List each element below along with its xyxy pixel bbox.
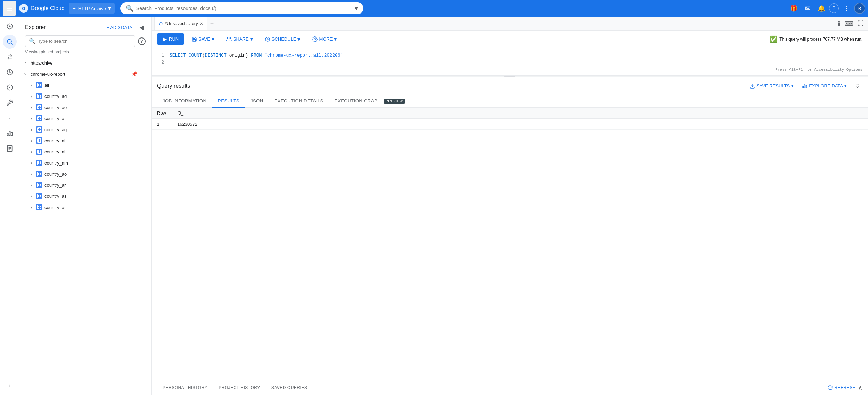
nav-icon-docs[interactable] <box>3 142 17 156</box>
tree-more-chrome-ux[interactable]: ⋮ <box>139 70 146 78</box>
nav-icon-search[interactable] <box>3 35 17 49</box>
new-tab-button[interactable]: + <box>207 18 217 28</box>
tab-results[interactable]: RESULTS <box>212 95 245 108</box>
run-button[interactable]: ▶ RUN <box>157 33 184 45</box>
menu-icon[interactable]: ☰ <box>3 1 16 16</box>
collapse-bottom-button[interactable]: ∧ <box>858 384 862 392</box>
nav-icon-tools[interactable] <box>3 96 17 110</box>
explorer-search-wrap[interactable]: 🔍 <box>25 35 135 47</box>
tree-item-country_ao[interactable]: › country_ao ⋮ <box>25 168 151 179</box>
preview-badge: PREVIEW <box>384 99 405 104</box>
tab-execution-details[interactable]: EXECUTION DETAILS <box>269 95 329 108</box>
tree-item-country_ae[interactable]: › country_ae ⋮ <box>25 102 151 113</box>
tree-more-country_at[interactable]: ⋮ <box>139 203 146 211</box>
results-table-container: Row f0_ 1 16230572 <box>152 108 868 380</box>
nav-icon-dot1[interactable]: ● <box>3 111 17 125</box>
tree-item-country_at[interactable]: › country_at ⋮ <box>25 202 151 213</box>
nav-icons: ● › <box>0 17 19 395</box>
save-button[interactable]: SAVE ▾ <box>187 33 219 45</box>
tree-item-country_ai[interactable]: › country_ai ⋮ <box>25 135 151 146</box>
nav-icon-transfer[interactable] <box>3 50 17 64</box>
nav-icon-home[interactable] <box>3 19 17 33</box>
gift-icon[interactable]: 🎁 <box>787 2 800 15</box>
avatar[interactable]: B <box>854 3 865 14</box>
explorer-help-icon[interactable]: ? <box>138 37 146 45</box>
tree-more-country_ar[interactable]: ⋮ <box>139 181 146 189</box>
tree-item-country_al[interactable]: › country_al ⋮ <box>25 146 151 157</box>
tree-item-country_ar[interactable]: › country_ar ⋮ <box>25 179 151 191</box>
add-data-button[interactable]: + ADD DATA <box>104 23 135 32</box>
tree-more-country_ad[interactable]: ⋮ <box>139 92 146 100</box>
tree-icon-country_al <box>36 149 42 155</box>
more-icon[interactable]: ⋮ <box>840 2 853 15</box>
bottom-tab-project-history[interactable]: PROJECT HISTORY <box>213 381 266 394</box>
bottom-tab-personal-history[interactable]: PERSONAL HISTORY <box>157 381 213 394</box>
topbar: ☰ G Google Cloud ✦ HTTP Archive ▾ 🔍 ▾ 🎁 … <box>0 0 868 17</box>
nav-icon-scheduled[interactable] <box>3 81 17 94</box>
explore-data-button[interactable]: EXPLORE DATA ▾ <box>799 82 850 90</box>
tree-item-all[interactable]: › all ⋮ <box>25 79 151 91</box>
results-expand-button[interactable]: ⇕ <box>852 81 862 91</box>
refresh-button[interactable]: REFRESH <box>827 385 856 390</box>
tree-chevron-country_as: › <box>28 193 35 200</box>
code-editor[interactable]: 1 SELECT COUNT(DISTINCT origin) FROM `ch… <box>152 48 868 76</box>
tree-item-country_ag[interactable]: › country_ag ⋮ <box>25 124 151 135</box>
check-circle-icon: ✅ <box>770 35 777 43</box>
tab-info-icon[interactable]: ℹ <box>836 18 842 29</box>
tree-item-chrome-ux-report[interactable]: › chrome-ux-report 📌 ⋮ <box>19 68 151 79</box>
tree-more-country_ai[interactable]: ⋮ <box>139 137 146 145</box>
query-tab-unsaved[interactable]: ⊙ *Unsaved … ery × <box>154 17 207 30</box>
share-button[interactable]: SHARE ▾ <box>222 33 257 45</box>
tab-keyboard-icon[interactable]: ⌨ <box>843 18 855 29</box>
tree-more-country_af[interactable]: ⋮ <box>139 115 146 123</box>
search-bar[interactable]: 🔍 ▾ <box>120 2 363 14</box>
tab-json[interactable]: JSON <box>245 95 269 108</box>
tree-item-country_ad[interactable]: › country_ad ⋮ <box>25 91 151 102</box>
tree-item-country_as[interactable]: › country_as ⋮ <box>25 191 151 202</box>
nav-icon-history[interactable] <box>3 65 17 79</box>
nav-icon-analytics[interactable] <box>3 126 17 140</box>
save-results-button[interactable]: SAVE RESULTS ▾ <box>747 82 796 90</box>
tree-pin-chrome-ux[interactable]: 📌 <box>131 70 138 77</box>
tab-job-information[interactable]: JOB INFORMATION <box>157 95 212 108</box>
tree-more-country_ao[interactable]: ⋮ <box>139 170 146 178</box>
project-selector[interactable]: ✦ HTTP Archive ▾ <box>69 3 115 14</box>
tree-more-country_al[interactable]: ⋮ <box>139 148 146 156</box>
code-text-2 <box>170 59 172 66</box>
more-settings-icon <box>312 36 318 42</box>
tree-more-all[interactable]: ⋮ <box>139 81 146 89</box>
execution-graph-label: EXECUTION GRAPH <box>335 98 381 103</box>
search-dropdown-icon[interactable]: ▾ <box>355 5 358 12</box>
tree-item-country_am[interactable]: › country_am ⋮ <box>25 157 151 168</box>
share-label: SHARE <box>233 36 249 42</box>
nav-expand-btn[interactable]: › <box>3 378 17 392</box>
tree-label-country_ae: country_ae <box>44 105 137 110</box>
tree-more-country_am[interactable]: ⋮ <box>139 159 146 167</box>
more-button[interactable]: MORE ▾ <box>308 33 341 45</box>
query-tab-close[interactable]: × <box>200 21 203 26</box>
notification-icon[interactable]: 🔔 <box>815 2 828 15</box>
results-table: Row f0_ 1 16230572 <box>152 108 868 130</box>
tree-more-country_ag[interactable]: ⋮ <box>139 126 146 134</box>
tab-execution-graph[interactable]: EXECUTION GRAPH PREVIEW <box>329 95 411 108</box>
email-icon[interactable]: ✉ <box>801 2 814 15</box>
tree-icon-country_at <box>36 204 42 210</box>
tree-more-country_ae[interactable]: ⋮ <box>139 103 146 111</box>
tab-fullscreen-icon[interactable]: ⛶ <box>856 18 865 28</box>
tree-icon-country_ao <box>36 171 42 177</box>
tree-chevron-country_ar: › <box>28 182 35 188</box>
tree-icon-country_ad <box>36 93 42 99</box>
help-icon[interactable]: ? <box>829 3 839 13</box>
tree-more-httparchive[interactable]: ⋮ <box>139 59 146 67</box>
tree-item-country_af[interactable]: › country_af ⋮ <box>25 113 151 124</box>
schedule-button[interactable]: SCHEDULE ▾ <box>260 33 305 45</box>
explorer-search-input[interactable] <box>38 39 131 44</box>
collapse-panel-button[interactable]: ◀ <box>138 22 146 33</box>
svg-line-5 <box>11 43 13 45</box>
search-input[interactable] <box>136 6 352 11</box>
tree-more-country_as[interactable]: ⋮ <box>139 192 146 200</box>
tree-item-httparchive[interactable]: › httparchive ⋮ <box>19 57 151 68</box>
cell-row-1: 1 <box>152 119 172 130</box>
svg-rect-11 <box>7 133 8 136</box>
bottom-tab-saved-queries[interactable]: SAVED QUERIES <box>266 381 313 394</box>
